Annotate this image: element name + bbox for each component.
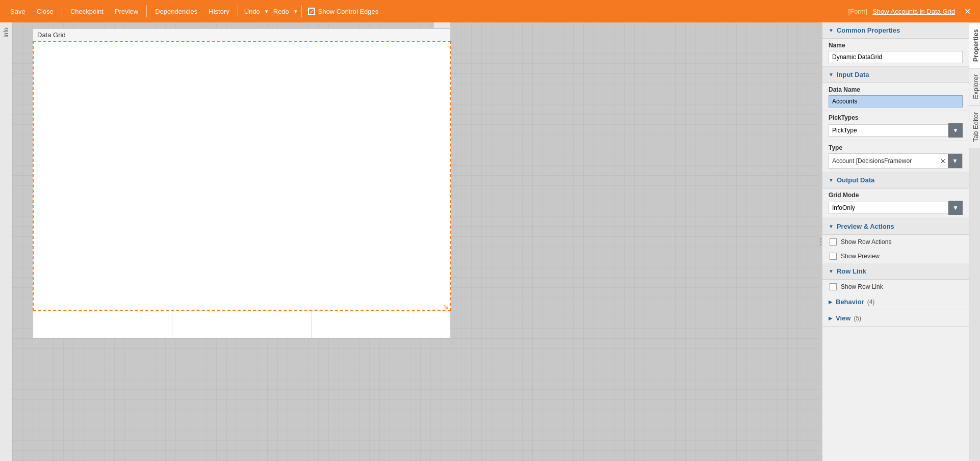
view-count: (5) (854, 315, 861, 322)
input-data-header[interactable]: ▼ Input Data (822, 67, 969, 83)
properties-tab-label: Properties (972, 29, 979, 62)
type-label: Type (829, 144, 963, 151)
tab-editor-tab[interactable]: Tab Editor (969, 105, 980, 148)
explorer-tab[interactable]: Explorer (969, 68, 980, 105)
pick-types-dropdown-btn[interactable]: ▼ (948, 123, 963, 138)
toolbar-separator-2 (146, 5, 147, 17)
data-name-label: Data Name (829, 86, 963, 93)
preview-button[interactable]: Preview (110, 5, 143, 18)
behavior-title: Behavior (836, 298, 864, 306)
undo-dropdown: Undo ▼ (241, 5, 269, 18)
save-button[interactable]: Save (5, 5, 31, 18)
row-link-title: Row Link (837, 267, 866, 275)
data-grid-widget: ⊕ Data Grid ↘ (33, 29, 451, 338)
show-row-link-label: Show Row Link (841, 283, 883, 290)
right-panel: ▼ Common Properties Name ▼ Input Data Da… (822, 22, 980, 461)
show-control-edges-checkbox[interactable] (308, 8, 315, 15)
widget-label: Data Grid (37, 31, 66, 39)
properties-panel: ▼ Common Properties Name ▼ Input Data Da… (822, 22, 969, 461)
show-control-edges-label: Show Control Edges (318, 8, 379, 15)
explorer-tab-label: Explorer (972, 74, 979, 99)
info-tab-label[interactable]: Info (3, 28, 10, 38)
common-properties-chevron: ▼ (829, 28, 834, 33)
output-data-title: Output Data (837, 176, 874, 184)
row-link-chevron: ▼ (829, 268, 834, 274)
history-button[interactable]: History (203, 5, 234, 18)
widget-body[interactable]: ↘ (33, 41, 451, 311)
type-property-row: Type Account [DecisionsFramewor ✕ ▼ (822, 141, 969, 172)
show-control-edges-wrapper: Show Control Edges (308, 8, 379, 15)
show-row-link-row: Show Row Link (822, 280, 969, 294)
preview-actions-header[interactable]: ▼ Preview & Actions (822, 219, 969, 235)
show-preview-row: Show Preview (822, 249, 969, 263)
properties-tab[interactable]: Properties (969, 22, 980, 68)
undo-button[interactable]: Undo (241, 5, 263, 18)
widget-footer-grid (33, 311, 451, 338)
toolbar: Save Close Checkpoint Preview Dependenci… (0, 0, 980, 22)
input-data-chevron: ▼ (829, 72, 834, 77)
grid-mode-select[interactable]: InfoOnly (829, 202, 948, 214)
splitter-dots (820, 238, 821, 246)
pick-types-property-row: PickTypes PickType ▼ (822, 111, 969, 141)
behavior-chevron: ▶ (829, 299, 833, 305)
behavior-header[interactable]: ▶ Behavior (4) (822, 294, 969, 310)
toolbar-close-button[interactable]: ✕ (960, 5, 975, 18)
preview-actions-chevron: ▼ (829, 224, 834, 229)
row-link-header[interactable]: ▼ Row Link (822, 263, 969, 280)
show-row-link-checkbox[interactable] (830, 283, 837, 290)
grid-mode-label: Grid Mode (829, 192, 963, 199)
name-label: Name (829, 42, 963, 49)
main-content: Info ⊕ Data Grid ↘ (0, 22, 980, 461)
pick-types-select-wrapper: PickType ▼ (829, 123, 963, 138)
toolbar-right: [Form] Show Accounts in Data Grid ✕ (848, 5, 975, 18)
left-info-tab: Info (0, 22, 12, 461)
common-properties-header[interactable]: ▼ Common Properties (822, 22, 969, 39)
footer-col-3 (312, 311, 450, 338)
canvas-area[interactable]: ⊕ Data Grid ↘ (12, 22, 819, 461)
behavior-count: (4) (867, 299, 875, 306)
type-dropdown-btn[interactable]: ▼ (948, 154, 962, 168)
show-accounts-button[interactable]: Show Accounts in Data Grid (872, 8, 955, 15)
redo-dropdown: Redo ▼ (270, 5, 298, 18)
show-preview-checkbox[interactable] (830, 253, 837, 260)
type-value: Account [DecisionsFramewor (829, 155, 938, 167)
footer-col-1 (33, 311, 172, 338)
show-row-actions-label: Show Row Actions (841, 238, 891, 246)
type-input-wrapper: Account [DecisionsFramewor ✕ ▼ (829, 153, 963, 169)
pick-types-select[interactable]: PickType (829, 124, 948, 137)
redo-arrow: ▼ (293, 9, 298, 14)
grid-mode-select-wrapper: InfoOnly ▼ (829, 201, 963, 215)
move-handle[interactable]: ⊕ (433, 22, 451, 29)
data-name-property-row: Data Name (822, 83, 969, 111)
resize-handle[interactable]: ↘ (443, 303, 449, 309)
dependencies-button[interactable]: Dependencies (150, 5, 202, 18)
toolbar-separator-3 (238, 5, 238, 17)
view-header[interactable]: ▶ View (5) (822, 310, 969, 327)
data-name-input[interactable] (829, 95, 963, 107)
show-row-actions-checkbox[interactable] (830, 238, 837, 246)
show-preview-label: Show Preview (841, 253, 880, 260)
grid-mode-property-row: Grid Mode InfoOnly ▼ (822, 188, 969, 219)
view-title: View (836, 314, 850, 322)
grid-mode-dropdown-btn[interactable]: ▼ (948, 201, 963, 215)
show-row-actions-row: Show Row Actions (822, 235, 969, 249)
name-property-row: Name (822, 39, 969, 67)
widget-header: Data Grid (33, 29, 451, 41)
type-clear-button[interactable]: ✕ (938, 156, 948, 166)
footer-col-2 (172, 311, 312, 338)
preview-actions-title: Preview & Actions (837, 223, 894, 230)
output-data-header[interactable]: ▼ Output Data (822, 172, 969, 188)
toolbar-separator-1 (62, 5, 62, 17)
undo-arrow: ▼ (264, 9, 269, 14)
close-button[interactable]: Close (32, 5, 59, 18)
move-icon: ⊕ (440, 22, 445, 24)
right-tabs: Properties Explorer Tab Editor (969, 22, 980, 461)
input-data-title: Input Data (837, 71, 869, 78)
name-input[interactable] (829, 51, 963, 63)
toolbar-separator-4 (301, 5, 302, 17)
common-properties-title: Common Properties (837, 26, 900, 34)
checkpoint-button[interactable]: Checkpoint (65, 5, 109, 18)
tab-editor-label: Tab Editor (972, 112, 979, 142)
pick-types-label: PickTypes (829, 114, 963, 121)
redo-button[interactable]: Redo (270, 5, 292, 18)
